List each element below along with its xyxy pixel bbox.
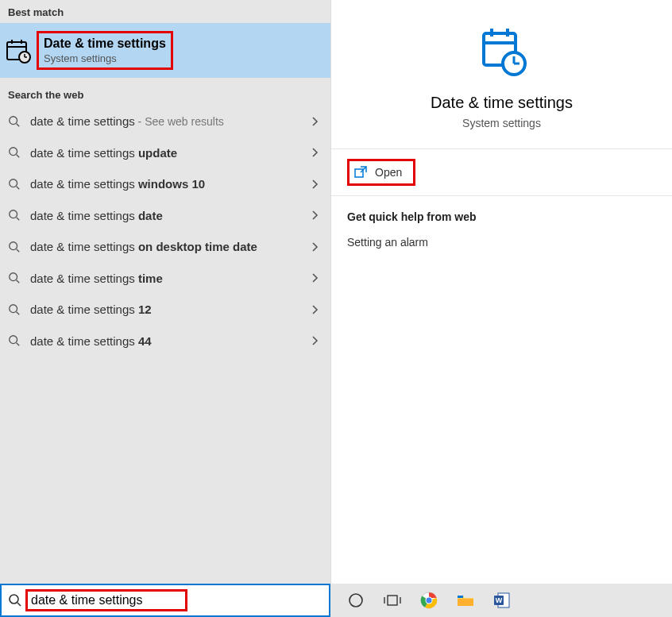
preview-title: Date & time settings [339,94,664,112]
web-result-item[interactable]: date & time settings on desktop time dat… [0,231,330,263]
search-icon [5,178,24,191]
web-result-text: date & time settings on desktop time dat… [24,239,307,255]
web-result-text: date & time settings 12 [24,302,307,318]
svg-point-13 [10,210,17,218]
svg-rect-35 [388,596,397,605]
web-result-text: date & time settings - See web results [24,114,307,129]
web-result-text: date & time settings date [24,208,307,224]
svg-point-15 [10,242,17,250]
svg-text:W: W [496,596,503,604]
task-view-icon[interactable] [383,591,402,610]
search-icon [5,241,24,253]
chevron-right-icon [307,241,322,253]
web-result-item[interactable]: date & time settings windows 10 [0,168,330,200]
best-match-subtitle: System settings [44,52,166,64]
svg-point-17 [10,273,17,281]
svg-point-21 [10,336,17,344]
best-match-highlight-box: Date & time settings System settings [37,31,173,70]
chevron-right-icon [307,147,322,158]
best-match-header: Best match [0,0,330,23]
svg-point-7 [10,117,17,125]
svg-rect-41 [458,599,473,606]
svg-point-11 [10,179,17,187]
web-result-item[interactable]: date & time settings 44 [0,326,330,357]
file-explorer-icon[interactable] [456,591,475,610]
chevron-right-icon [307,210,322,221]
date-time-large-icon [474,24,530,79]
word-icon[interactable]: W [492,591,512,610]
web-result-item[interactable]: date & time settings 12 [0,294,330,326]
svg-point-19 [10,305,17,313]
web-result-text: date & time settings windows 10 [24,176,307,192]
search-icon [5,146,24,159]
svg-point-34 [350,594,362,607]
chevron-right-icon [307,304,322,315]
svg-point-40 [427,598,432,604]
svg-line-12 [17,186,20,189]
help-header: Get quick help from web [347,210,656,223]
svg-point-32 [10,595,18,604]
web-result-text: date & time settings update [24,145,307,161]
search-icon [5,272,24,284]
help-link[interactable]: Setting an alarm [347,236,656,249]
web-result-item[interactable]: date & time settings - See web results [0,106,330,137]
date-time-icon [5,37,32,64]
web-result-text: date & time settings time [24,271,307,287]
web-result-item[interactable]: date & time settings update [0,137,330,169]
results-panel: Best match Date & time settings System s… [0,0,330,584]
chevron-right-icon [307,272,322,283]
search-icon [5,334,24,347]
taskbar: W [0,584,672,617]
chevron-right-icon [307,179,322,190]
web-result-item[interactable]: date & time settings date [0,200,330,232]
search-icon [5,115,24,128]
search-highlight-box [25,589,187,611]
web-result-text: date & time settings 44 [24,334,307,349]
open-action[interactable]: Open [347,159,415,186]
search-web-header: Search the web [0,83,330,106]
svg-point-9 [10,148,17,156]
chevron-right-icon [307,116,322,127]
preview-panel: Date & time settings System settings Ope… [330,0,672,584]
cortana-icon[interactable] [346,591,365,610]
svg-line-8 [17,123,20,126]
web-result-item[interactable]: date & time settings time [0,263,330,295]
svg-line-20 [17,311,20,314]
svg-line-18 [17,280,20,283]
chrome-icon[interactable] [419,591,438,610]
search-icon [8,593,22,607]
search-icon [5,209,24,222]
search-icon [5,303,24,316]
open-icon [354,166,367,179]
best-match-item[interactable]: Date & time settings System settings [0,23,330,78]
svg-line-16 [17,249,20,252]
web-results-list: date & time settings - See web resultsda… [0,106,330,357]
svg-line-33 [17,603,21,606]
svg-line-22 [17,343,20,346]
svg-line-14 [17,218,20,221]
preview-subtitle: System settings [339,117,664,129]
svg-line-10 [17,155,20,158]
chevron-right-icon [307,335,322,346]
svg-rect-42 [458,596,463,598]
best-match-title: Date & time settings [44,37,166,51]
search-input[interactable] [31,593,182,607]
search-box[interactable] [0,584,330,617]
open-label: Open [375,166,402,179]
